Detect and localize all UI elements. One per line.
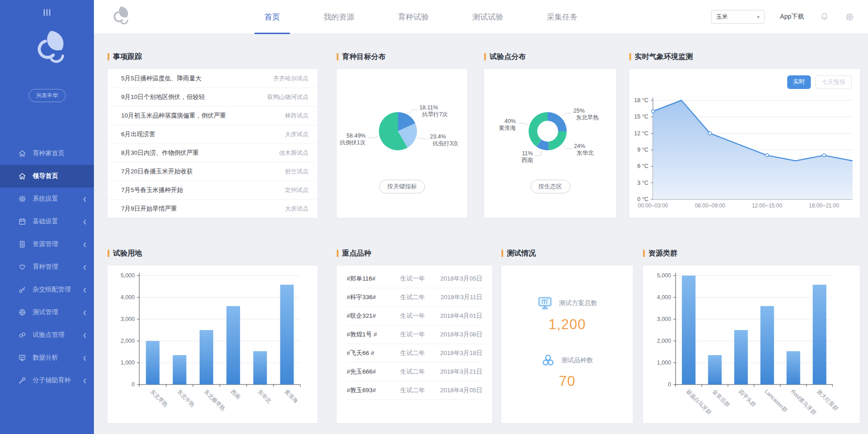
breeding-goals-card: 18.11%抗旱行7次23.4%抗虫行3次58.49%抗倒伏1次 按关键指标 — [337, 69, 467, 218]
testing-card: 测试方案总数 1,200 测试品种数 70 — [501, 266, 633, 423]
sidebar-item-hybrid-mgmt[interactable]: 杂交组配管理 ❮ — [0, 278, 94, 301]
sidebar-item-breeding-mgmt[interactable]: 育种管理 ❮ — [0, 256, 94, 278]
heart-icon — [18, 263, 26, 271]
chevron-left-icon: ❮ — [83, 265, 87, 270]
svg-text:1,000: 1,000 — [121, 360, 135, 366]
panel-title: 试验用地 — [108, 247, 318, 259]
events-panel: 事项跟踪 5月5日播种温度低、降雨量大齐齐哈尔试点 9月10日个别地区倒伏，但较… — [108, 51, 318, 218]
tab-my-resources[interactable]: 我的资源 — [324, 0, 354, 34]
sidebar-item-basic-settings[interactable]: 基础设置 ❮ — [0, 210, 94, 233]
wrench-icon — [18, 376, 26, 385]
svg-text:0 °C: 0 °C — [638, 196, 648, 202]
svg-text:06:00~09:00: 06:00~09:00 — [695, 202, 725, 209]
trial-land-bar-chart: 01,0002,0003,0004,0005,000东北早熟东北中熟东北极早熟西… — [108, 266, 318, 423]
resource-groups-card: 01,0002,0003,0004,0005,000获嘉白马牙群金皇后群四平头群… — [643, 266, 860, 423]
key-varieties-card: #郑单116#生试一年2018年3月05日 #科宇336#生试二年2018年3月… — [337, 266, 492, 423]
target-icon — [18, 308, 26, 316]
event-row[interactable]: 9月10日个别地区倒伏，但较轻双鸭山饶河试点 — [108, 88, 318, 106]
dashboard-main: 事项跟踪 5月5日播种温度低、降雨量大齐齐哈尔试点 9月10日个别地区倒伏，但较… — [94, 34, 868, 434]
variety-row[interactable]: #敦煌1号 #生试一年2018年3月08日 — [347, 326, 482, 344]
svg-text:4,000: 4,000 — [657, 294, 671, 301]
sidebar-item-label: 系统设置 — [33, 195, 58, 203]
by-key-indicator-button[interactable]: 按关键指标 — [379, 180, 425, 193]
trial-sites-card: 25%东北早熟24%东华北11%西南40%黄淮海 按生态区 — [484, 69, 616, 218]
notification-bell-icon[interactable] — [819, 12, 829, 22]
weather-line-chart: 0 °C3 °C6 °C9 °C12 °C15 °C18 °C00:00~03:… — [629, 69, 860, 218]
event-row[interactable]: 10月初玉米品种茎腐病偏重，倒伏严重林西试点 — [108, 106, 318, 125]
realtime-toggle-button[interactable]: 实时 — [787, 75, 811, 89]
chevron-left-icon: ❮ — [83, 219, 87, 224]
chevron-left-icon: ❮ — [83, 287, 87, 292]
sidebar-item-data-analysis[interactable]: 数据分析 ❮ — [0, 346, 94, 369]
event-row[interactable]: 7月20日春播玉米开始收获舒兰试点 — [108, 162, 318, 181]
sidebar-item-resource-mgmt[interactable]: 资源管理 ❮ — [0, 233, 94, 256]
header-logo — [107, 5, 134, 29]
sidebar-item-trial-site-mgmt[interactable]: 试验点管理 ❮ — [0, 324, 94, 346]
test-variety-stat: 测试品种数 70 — [501, 354, 633, 390]
title-marker — [108, 53, 109, 60]
panel-title: 资源类群 — [643, 247, 860, 259]
event-row[interactable]: 7月5号春玉米播种开始定州试点 — [108, 181, 318, 199]
variety-row[interactable]: #先玉666#生试二年2018年3月21日 — [347, 363, 482, 381]
tab-home[interactable]: 首页 — [265, 0, 280, 34]
sidebar-item-molecular-breeding[interactable]: 分子辅助育种 ❮ — [0, 369, 94, 392]
sidebar-item-label: 资源管理 — [33, 240, 58, 248]
tab-breeding-trials[interactable]: 育种试验 — [398, 0, 429, 34]
svg-text:6 °C: 6 °C — [638, 163, 648, 169]
sidebar-item-label: 领导首页 — [33, 172, 58, 180]
event-row[interactable]: 6月出现涝害大庆试点 — [108, 125, 318, 143]
sidebar-item-leader-home[interactable]: 领导首页 — [0, 165, 94, 187]
sidebar-item-test-mgmt[interactable]: 测试管理 ❮ — [0, 301, 94, 324]
variety-row[interactable]: #联企321#生试一年2018年4月01日 — [347, 307, 482, 326]
svg-text:12:00~15:00: 12:00~15:00 — [752, 202, 782, 209]
title-marker — [337, 250, 338, 257]
panel-title: 重点品种 — [337, 247, 492, 259]
sidebar-item-label: 育种管理 — [33, 263, 58, 271]
org-name-badge: 兴农丰华 — [29, 89, 66, 102]
key-varieties-panel: 重点品种 #郑单116#生试一年2018年3月05日 #科宇336#生试二年20… — [337, 247, 492, 423]
svg-text:获嘉白马牙群: 获嘉白马牙群 — [685, 388, 713, 416]
svg-text:东北极早熟: 东北极早熟 — [203, 388, 226, 412]
calendar-icon — [18, 217, 26, 226]
app-download-link[interactable]: App下载 — [780, 13, 804, 21]
tab-test-trials[interactable]: 测试试验 — [472, 0, 503, 34]
event-row[interactable]: 7月9日开始旱情严重大庆试点 — [108, 199, 318, 218]
panel-title: 育种目标分布 — [337, 51, 467, 63]
settings-gear-icon[interactable] — [845, 12, 854, 22]
variety-row[interactable]: #敦玉693#生试二年2018年4月05日 — [347, 381, 482, 400]
leaf-logo-icon — [25, 28, 69, 67]
panel-title: 测试情况 — [501, 247, 633, 259]
monitor-icon — [18, 354, 26, 362]
panel-title: 实时气象环境监测 — [629, 51, 860, 63]
stat-label: 测试方案总数 — [559, 299, 597, 307]
event-row[interactable]: 5月5日播种温度低、降雨量大齐齐哈尔试点 — [108, 69, 318, 88]
by-eco-region-button[interactable]: 按生态区 — [530, 180, 570, 193]
event-row[interactable]: 8月30日内涝、作物倒伏严重佳木斯试点 — [108, 143, 318, 162]
variety-row[interactable]: #科宇336#生试二年2018年3月11日 — [347, 288, 482, 307]
trial-sites-donut-chart: 25%东北早熟24%东华北11%西南40%黄淮海 — [484, 69, 616, 218]
sidebar-item-label: 基础设置 — [33, 217, 58, 226]
panel-title: 事项跟踪 — [108, 51, 318, 63]
molecule-icon — [541, 354, 555, 367]
sidebar-item-label: 试验点管理 — [33, 331, 64, 339]
resource-groups-bar-chart: 01,0002,0003,0004,0005,000获嘉白马牙群金皇后群四平头群… — [643, 266, 860, 423]
caret-down-icon: ▾ — [757, 14, 760, 20]
svg-text:18 °C: 18 °C — [634, 97, 648, 104]
variety-row[interactable]: #郑单116#生试一年2018年3月05日 — [347, 270, 482, 288]
trial-land-card: 01,0002,0003,0004,0005,000东北早熟东北中熟东北极早熟西… — [108, 266, 318, 423]
variety-row[interactable]: #飞天66 #生试二年2018年3月18日 — [347, 344, 482, 363]
sidebar-item-system-settings[interactable]: 系统设置 ❮ — [0, 187, 94, 210]
seven-day-forecast-button[interactable]: 七天预报 — [815, 75, 852, 89]
svg-text:58.49%抗倒伏1次: 58.49%抗倒伏1次 — [339, 133, 366, 146]
title-marker — [484, 53, 486, 60]
svg-text:3,000: 3,000 — [121, 316, 135, 322]
sidebar-item-label: 测试管理 — [33, 308, 58, 316]
sidebar-item-breeder-home[interactable]: 育种家首页 — [0, 142, 94, 165]
collapse-sidebar-icon[interactable] — [0, 9, 94, 16]
test-plan-stat: 测试方案总数 1,200 — [501, 296, 633, 333]
chevron-left-icon: ❮ — [83, 310, 87, 315]
svg-text:西南: 西南 — [230, 388, 242, 400]
tab-collection-tasks[interactable]: 采集任务 — [547, 0, 578, 34]
crop-select[interactable]: 玉米 ▾ — [711, 10, 765, 24]
breeding-goals-pie-chart: 18.11%抗旱行7次23.4%抗虫行3次58.49%抗倒伏1次 — [337, 69, 467, 218]
